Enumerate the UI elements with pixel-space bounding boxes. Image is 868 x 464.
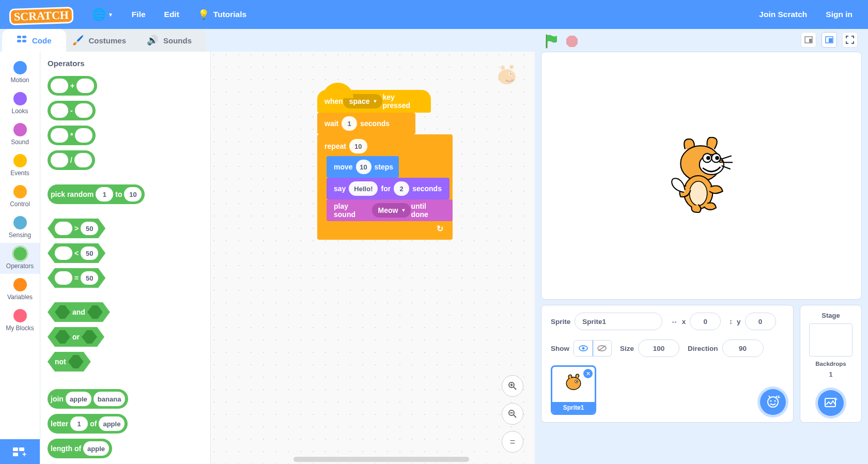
tab-sounds[interactable]: 🔊 Sounds bbox=[132, 29, 206, 52]
block-palette[interactable]: Operators + - * / pick random1to10 >50 <… bbox=[40, 52, 211, 464]
scratch-logo[interactable]: SCRATCH bbox=[6, 6, 76, 23]
globe-icon: 🌐 bbox=[92, 8, 106, 21]
svg-point-15 bbox=[510, 73, 512, 75]
block-length-of[interactable]: length ofapple bbox=[48, 439, 112, 458]
stage-large-button[interactable] bbox=[822, 32, 837, 48]
stop-button[interactable] bbox=[566, 35, 578, 50]
zoom-out-button[interactable] bbox=[502, 403, 523, 425]
add-backdrop-button[interactable]: + bbox=[818, 390, 844, 416]
sprite-direction-input[interactable]: 90 bbox=[722, 339, 764, 357]
block-when-key-pressed[interactable]: when space▼ key pressed bbox=[317, 90, 431, 113]
sprite-size-input[interactable]: 100 bbox=[638, 339, 679, 357]
svg-line-21 bbox=[514, 415, 516, 417]
sprite-name-input[interactable]: Sprite1 bbox=[575, 313, 662, 330]
key-dropdown[interactable]: space▼ bbox=[343, 94, 383, 109]
stage-small-button[interactable] bbox=[801, 32, 816, 48]
svg-rect-3 bbox=[22, 40, 26, 42]
category-operators[interactable]: Operators bbox=[0, 243, 40, 274]
block-divide[interactable]: / bbox=[48, 150, 95, 170]
svg-point-36 bbox=[582, 347, 585, 350]
sprite-x-input[interactable]: 0 bbox=[690, 313, 721, 330]
svg-line-17 bbox=[514, 387, 516, 390]
category-variables[interactable]: Variables bbox=[0, 274, 40, 305]
say-seconds-input[interactable]: 2 bbox=[394, 181, 409, 196]
backdrops-label: Backdrops bbox=[815, 361, 846, 367]
show-label: Show bbox=[551, 345, 569, 352]
workspace-scrollbar[interactable] bbox=[293, 457, 469, 462]
block-not[interactable]: not bbox=[48, 352, 91, 372]
green-flag-button[interactable] bbox=[545, 34, 559, 51]
svg-rect-6 bbox=[809, 39, 812, 42]
sprite-info-panel: SpriteSprite1 ↔x0 ↕y0 Show Size100 Direc… bbox=[541, 305, 794, 423]
block-equals[interactable]: =50 bbox=[48, 268, 105, 288]
zoom-in-button[interactable] bbox=[502, 375, 523, 397]
block-repeat[interactable]: repeat10 move10steps sayHello!for2second… bbox=[317, 134, 453, 240]
block-pick-random[interactable]: pick random1to10 bbox=[48, 184, 145, 204]
repeat-count-input[interactable]: 10 bbox=[349, 139, 367, 153]
category-control[interactable]: Control bbox=[0, 181, 40, 212]
move-steps-input[interactable]: 10 bbox=[356, 160, 371, 174]
sprite-thumbnail-image bbox=[562, 369, 585, 402]
y-label: y bbox=[737, 318, 741, 326]
language-menu[interactable]: 🌐▼ bbox=[83, 0, 122, 29]
sprite-on-stage[interactable] bbox=[668, 137, 735, 214]
say-text-input[interactable]: Hello! bbox=[349, 181, 378, 196]
paintbrush-icon: 🖌️ bbox=[72, 35, 84, 46]
sprite-thumbnail[interactable]: ✕ Sprite1 bbox=[551, 365, 596, 415]
hide-sprite-button[interactable] bbox=[593, 341, 611, 356]
stage-selector-panel: Stage Backdrops 1 + bbox=[800, 305, 862, 423]
edit-menu[interactable]: Edit bbox=[155, 0, 189, 29]
svg-rect-9 bbox=[13, 447, 18, 451]
svg-point-13 bbox=[498, 69, 516, 84]
block-join[interactable]: joinapplebanana bbox=[48, 389, 128, 409]
stage-thumbnail[interactable] bbox=[809, 323, 853, 357]
chevron-down-icon: ▼ bbox=[401, 208, 406, 213]
block-or[interactable]: or bbox=[48, 327, 104, 347]
tab-costumes[interactable]: 🖌️ Costumes bbox=[58, 29, 141, 52]
block-subtract[interactable]: - bbox=[48, 101, 96, 120]
svg-rect-0 bbox=[17, 36, 21, 38]
block-add[interactable]: + bbox=[48, 76, 97, 96]
chevron-down-icon: ▼ bbox=[108, 12, 113, 18]
scripts-workspace[interactable]: when space▼ key pressed wait1seconds rep… bbox=[211, 52, 535, 464]
wait-seconds-input[interactable]: 1 bbox=[342, 116, 357, 131]
category-motion[interactable]: Motion bbox=[0, 57, 40, 88]
category-myblocks[interactable]: My Blocks bbox=[0, 305, 40, 336]
lightbulb-icon: 💡 bbox=[198, 9, 209, 20]
svg-point-28 bbox=[715, 156, 719, 160]
add-sprite-button[interactable]: + bbox=[760, 389, 786, 415]
svg-text:+: + bbox=[22, 450, 26, 458]
join-scratch-button[interactable]: Join Scratch bbox=[750, 0, 816, 29]
zoom-reset-button[interactable]: = bbox=[502, 431, 523, 453]
script-stack[interactable]: when space▼ key pressed wait1seconds rep… bbox=[317, 90, 453, 240]
category-events[interactable]: Events bbox=[0, 150, 40, 181]
sound-dropdown[interactable]: Meow▼ bbox=[372, 203, 411, 218]
svg-rect-11 bbox=[13, 453, 18, 456]
block-play-sound-until-done[interactable]: play soundMeow▼until done bbox=[327, 199, 453, 221]
category-sensing[interactable]: Sensing bbox=[0, 212, 40, 243]
block-and[interactable]: and bbox=[48, 302, 110, 322]
block-letter-of[interactable]: letter1ofapple bbox=[48, 414, 128, 434]
stage-canvas[interactable] bbox=[541, 52, 862, 300]
block-multiply[interactable]: * bbox=[48, 126, 96, 145]
block-greater-than[interactable]: >50 bbox=[48, 219, 105, 238]
svg-point-34 bbox=[689, 181, 707, 206]
editor-tabs-row: Code 🖌️ Costumes 🔊 Sounds bbox=[0, 29, 868, 52]
block-wait[interactable]: wait1seconds bbox=[317, 113, 415, 134]
sign-in-button[interactable]: Sign in bbox=[816, 0, 862, 29]
tutorials-button[interactable]: 💡Tutorials bbox=[189, 0, 256, 29]
show-sprite-button[interactable] bbox=[574, 341, 593, 356]
fullscreen-button[interactable] bbox=[842, 32, 858, 48]
svg-point-29 bbox=[719, 160, 722, 162]
svg-marker-4 bbox=[566, 36, 578, 47]
tab-code[interactable]: Code bbox=[2, 29, 66, 52]
add-extension-button[interactable]: + bbox=[0, 439, 40, 464]
file-menu[interactable]: File bbox=[122, 0, 155, 29]
block-say-for-seconds[interactable]: sayHello!for2seconds bbox=[327, 178, 450, 199]
block-less-than[interactable]: <50 bbox=[48, 243, 105, 263]
delete-sprite-button[interactable]: ✕ bbox=[583, 369, 593, 378]
category-sound[interactable]: Sound bbox=[0, 119, 40, 150]
category-looks[interactable]: Looks bbox=[0, 88, 40, 119]
block-move-steps[interactable]: move10steps bbox=[327, 156, 399, 178]
sprite-y-input[interactable]: 0 bbox=[745, 313, 776, 330]
